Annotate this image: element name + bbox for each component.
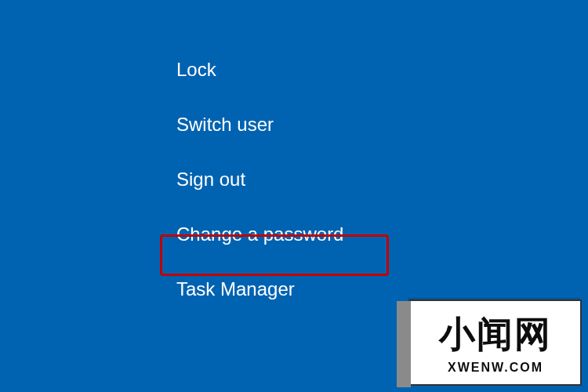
menu-item-switch-user[interactable]: Switch user: [176, 114, 343, 136]
menu-item-change-password[interactable]: Change a password: [176, 223, 343, 245]
watermark-main-text: 小闻网: [439, 310, 552, 359]
menu-item-sign-out[interactable]: Sign out: [176, 169, 343, 191]
menu-item-lock[interactable]: Lock: [176, 59, 343, 81]
watermark-side-strip: [397, 301, 411, 387]
security-options-menu: Lock Switch user Sign out Change a passw…: [176, 59, 343, 300]
menu-item-task-manager[interactable]: Task Manager: [176, 278, 343, 300]
watermark-sub-text: XWENW.COM: [448, 361, 543, 375]
watermark-badge: 小闻网 XWENW.COM: [409, 299, 582, 386]
